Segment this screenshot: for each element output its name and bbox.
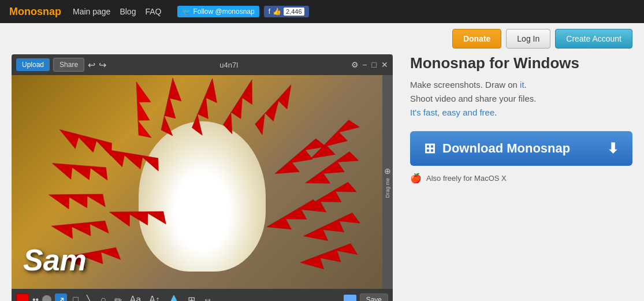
- desc-text-3b: .: [494, 107, 497, 117]
- crop-tool-button[interactable]: ⊞: [185, 293, 198, 302]
- svg-marker-7: [47, 181, 109, 218]
- macos-label: Also freely for MacOS X: [426, 174, 507, 183]
- svg-marker-10: [304, 117, 366, 166]
- twitter-label: Follow @monosnap: [193, 8, 254, 16]
- svg-marker-4: [252, 79, 299, 139]
- file-name: u4n7l: [110, 61, 348, 69]
- right-panel: Monosnap for Windows Make screenshots. D…: [410, 54, 632, 301]
- drag-panel[interactable]: ⊕ Drag me: [382, 75, 393, 289]
- screenshot-image: Sam: [12, 75, 393, 289]
- svg-marker-0: [125, 80, 160, 141]
- text-size-tool-button[interactable]: A↕: [147, 293, 162, 301]
- minimize-button[interactable]: −: [362, 60, 367, 69]
- top-nav: Monosnap Main page Blog FAQ 🐦 Follow @mo…: [0, 0, 644, 23]
- desc-text-1: Make screenshots. Draw on: [410, 80, 520, 90]
- download-btn-left: ⊞ Download Monosnap: [424, 140, 570, 157]
- nav-links: Main page Blog FAQ: [73, 7, 161, 16]
- twitter-icon: 🐦: [182, 8, 191, 16]
- upload-button[interactable]: Upload: [16, 58, 50, 71]
- rect-tool-button[interactable]: □: [70, 293, 81, 301]
- desc-link-1[interactable]: it: [520, 80, 524, 90]
- download-button[interactable]: ⊞ Download Monosnap ⬇: [410, 131, 632, 166]
- color-picker-red[interactable]: [16, 293, 29, 301]
- opacity-slider[interactable]: [42, 295, 51, 301]
- undo-button[interactable]: ↩: [88, 60, 95, 70]
- tool-dots[interactable]: ••: [32, 295, 39, 301]
- nav-blog[interactable]: Blog: [120, 7, 136, 16]
- svg-marker-16: [269, 136, 331, 182]
- nav-faq[interactable]: FAQ: [145, 7, 161, 16]
- text-tool-button[interactable]: Aa: [128, 293, 144, 301]
- nav-social: 🐦 Follow @monosnap f 👍 2,446: [177, 6, 308, 17]
- svg-marker-8: [50, 212, 110, 245]
- twitter-follow-button[interactable]: 🐦 Follow @monosnap: [177, 6, 259, 17]
- macos-note: 🍎 Also freely for MacOS X: [410, 173, 632, 184]
- windows-icon: ⊞: [424, 140, 435, 157]
- header-actions: Donate Log In Create Account: [0, 23, 644, 54]
- blur-tool-button[interactable]: 💧: [166, 293, 182, 302]
- svg-marker-12: [298, 181, 360, 218]
- download-label: Download Monosnap: [442, 141, 570, 156]
- screenshot-canvas: Sam ⊕ Drag me: [12, 75, 393, 289]
- dog-image: [139, 121, 266, 272]
- arrow-tool-button[interactable]: ↗: [55, 293, 67, 302]
- save-button[interactable]: Save: [360, 293, 388, 301]
- app-titlebar: Upload Share ↩ ↪ u4n7l ⚙ − □ ✕: [12, 54, 393, 75]
- app-window: Upload Share ↩ ↪ u4n7l ⚙ − □ ✕: [12, 54, 393, 301]
- facebook-count: 2,446: [284, 8, 304, 16]
- svg-marker-14: [299, 243, 358, 272]
- create-account-button[interactable]: Create Account: [555, 29, 632, 49]
- svg-marker-5: [55, 117, 117, 166]
- svg-marker-18: [263, 198, 325, 236]
- desc-link-2[interactable]: It's fast, easy and free: [410, 107, 494, 117]
- donate-button[interactable]: Donate: [452, 29, 501, 49]
- facebook-button[interactable]: f 👍 2,446: [264, 6, 309, 17]
- description-line3: It's fast, easy and free.: [410, 106, 632, 120]
- login-button[interactable]: Log In: [506, 29, 550, 49]
- window-controls: − □ ✕: [362, 60, 388, 69]
- oval-tool-button[interactable]: ○: [98, 293, 109, 301]
- app-toolbar: •• ↗ □ ╲ ○ ✏ Aa A↕ 💧 ⊞ ↔ Save: [12, 289, 393, 301]
- settings-icon[interactable]: ⚙: [351, 60, 359, 69]
- redo-button[interactable]: ↪: [99, 60, 106, 70]
- apple-icon: 🍎: [410, 173, 422, 184]
- maximize-button[interactable]: □: [372, 60, 377, 69]
- description-line2: Shoot video and share your files.: [410, 92, 632, 106]
- image-text-sam: Sam: [23, 243, 87, 277]
- page-title: Monosnap for Windows: [410, 54, 632, 72]
- facebook-icon: f: [269, 8, 270, 16]
- resize-tool-button[interactable]: ↔: [201, 293, 215, 301]
- close-button[interactable]: ✕: [381, 60, 388, 69]
- svg-marker-11: [300, 150, 363, 191]
- desc-text-1b: .: [524, 80, 527, 90]
- drag-label: Drag me: [385, 178, 390, 198]
- main-content: Upload Share ↩ ↪ u4n7l ⚙ − □ ✕: [0, 54, 644, 301]
- share-button[interactable]: Share: [53, 58, 84, 72]
- download-arrow-icon: ⬇: [607, 140, 619, 157]
- nav-main-page[interactable]: Main page: [73, 7, 110, 16]
- line-tool-button[interactable]: ╲: [84, 293, 95, 302]
- facebook-thumb-icon: 👍: [273, 8, 281, 16]
- svg-marker-13: [301, 212, 362, 245]
- drag-icon: ⊕: [384, 166, 391, 176]
- logo[interactable]: Monosnap: [9, 6, 61, 18]
- save-image-icon: [344, 295, 356, 301]
- pencil-tool-button[interactable]: ✏: [112, 293, 124, 302]
- description-line1: Make screenshots. Draw on it.: [410, 78, 632, 92]
- svg-marker-6: [49, 150, 111, 191]
